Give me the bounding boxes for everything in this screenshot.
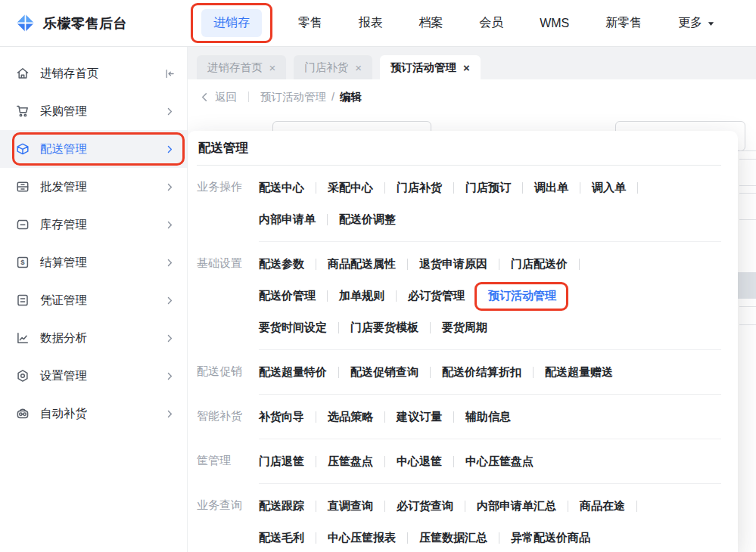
menu-item[interactable]: 内部申请单	[259, 212, 316, 227]
sidebar-item-home[interactable]: 进销存首页	[0, 54, 187, 92]
menu-item[interactable]: 预订活动管理	[488, 289, 556, 303]
top-nav-item-xinlingshou[interactable]: 新零售	[605, 15, 642, 31]
tab-yuding-huodong[interactable]: 预订活动管理 ×	[380, 55, 481, 79]
tab-jinxiaocun-home[interactable]: 进销存首页 ×	[197, 55, 286, 79]
menu-item[interactable]: 配送参数	[259, 257, 304, 271]
top-nav-item-baobiao[interactable]: 报表	[359, 15, 383, 31]
menu-row: 配送超量特价配送促销查询配送价结算折扣配送超量赠送	[259, 356, 721, 388]
menu-item[interactable]: 必订货管理	[408, 289, 465, 303]
tab-close-icon[interactable]: ×	[463, 61, 470, 74]
item-separator	[465, 501, 465, 512]
menu-section-items: 配送超量特价配送促销查询配送价结算折扣配送超量赠送	[259, 350, 721, 395]
sidebar-item-peisong[interactable]: 配送管理	[0, 130, 187, 168]
menu-item[interactable]: 调入单	[592, 181, 626, 195]
menu-item[interactable]: 配送超量赠送	[545, 365, 613, 380]
menu-item[interactable]: 配送价管理	[259, 289, 316, 303]
top-nav-item-wms[interactable]: WMS	[540, 17, 569, 30]
item-separator	[384, 411, 385, 423]
menu-item[interactable]: 要货周期	[442, 321, 487, 335]
menu-item[interactable]: 必订货查询	[397, 499, 453, 513]
sidebar-item-shezhi[interactable]: 设置管理	[0, 357, 187, 395]
sidebar-item-kucun[interactable]: 库存管理	[0, 206, 187, 243]
menu-item[interactable]: 配送毛利	[259, 531, 304, 545]
background-row-line	[739, 324, 756, 325]
wholesale-icon	[15, 179, 30, 194]
top-nav: 进销存 零售 报表 档案 会员 WMS 新零售 更多	[201, 9, 715, 37]
menu-section-items: 配送参数商品配送属性退货申请原因门店配送价配送价管理加单规则必订货管理预订活动管…	[259, 242, 721, 350]
menu-item[interactable]: 配送跟踪	[259, 499, 304, 513]
menu-item[interactable]: 门店补货	[397, 181, 442, 195]
logo-gem-icon	[15, 13, 36, 33]
top-nav-active-pill: 进销存	[201, 9, 262, 37]
menu-item[interactable]: 选品策略	[328, 410, 373, 424]
menu-item[interactable]: 配送中心	[259, 181, 304, 195]
tab-close-icon[interactable]: ×	[355, 61, 362, 74]
menu-item[interactable]: 退货申请原因	[419, 257, 487, 271]
sidebar-item-zidongbuhuo[interactable]: 自动补货	[0, 395, 187, 433]
sidebar-item-caigou[interactable]: 采购管理	[0, 92, 187, 130]
menu-section: 业务查询配送跟踪直调查询必订货查询内部申请单汇总商品在途配送毛利中心压筐报表压筐…	[197, 484, 721, 552]
collapse-sidebar-icon[interactable]	[163, 67, 176, 80]
sidebar-item-label: 配送管理	[40, 141, 163, 157]
menu-item[interactable]: 商品在途	[580, 499, 625, 513]
tab-mendian-buhuo[interactable]: 门店补货 ×	[294, 55, 372, 79]
sidebar-item-label: 采购管理	[40, 104, 163, 119]
background-row-line	[739, 306, 756, 307]
breadcrumb-page[interactable]: 预订活动管理	[260, 90, 326, 104]
sidebar-item-pingzheng[interactable]: 凭证管理	[0, 281, 187, 319]
menu-item[interactable]: 要货时间设定	[259, 321, 327, 335]
top-nav-item-huiyuan[interactable]: 会员	[479, 15, 503, 31]
delivery-box-icon	[15, 141, 30, 157]
menu-item[interactable]: 直调查询	[328, 499, 373, 513]
sidebar-item-pifa[interactable]: 批发管理	[0, 168, 187, 206]
item-separator	[316, 259, 316, 270]
item-separator	[476, 290, 477, 302]
menu-item[interactable]: 补货向导	[259, 410, 304, 424]
sidebar-item-jiesuan[interactable]: $ 结算管理	[0, 243, 187, 281]
menu-item[interactable]: 中心压筐报表	[328, 531, 396, 545]
megamenu-title: 配送管理	[197, 131, 721, 166]
menu-item[interactable]: 采配中心	[328, 181, 373, 195]
menu-item[interactable]: 中心压筐盘点	[465, 454, 534, 469]
menu-item[interactable]: 门店配送价	[511, 257, 568, 271]
menu-item[interactable]: 加单规则	[339, 289, 384, 303]
top-nav-item-lingshou[interactable]: 零售	[298, 15, 322, 31]
menu-item[interactable]: 门店预订	[465, 181, 511, 195]
top-nav-item-more[interactable]: 更多	[678, 15, 715, 31]
menu-item[interactable]: 配送促销查询	[350, 365, 418, 380]
app-logo[interactable]: 乐檬零售后台	[0, 13, 176, 33]
voucher-icon	[15, 293, 30, 308]
item-separator	[384, 182, 385, 194]
menu-item[interactable]: 商品配送属性	[328, 257, 396, 271]
item-separator	[453, 456, 454, 467]
chevron-left-icon	[200, 92, 210, 102]
menu-section-items: 门店退筐压筐盘点中心退筐中心压筐盘点	[259, 439, 721, 484]
background-row-line	[739, 193, 756, 194]
top-nav-item-dangan[interactable]: 档案	[418, 15, 443, 31]
menu-item[interactable]: 压筐盘点	[328, 454, 373, 469]
menu-item[interactable]: 门店要货模板	[350, 321, 418, 335]
menu-item[interactable]: 调出单	[534, 181, 568, 195]
menu-item[interactable]: 门店退筐	[259, 454, 304, 469]
sidebar-item-shuju[interactable]: 数据分析	[0, 319, 187, 357]
auto-replenish-icon	[15, 406, 30, 421]
menu-item[interactable]: 辅助信息	[465, 410, 511, 424]
topbar: 乐檬零售后台 进销存 零售 报表 档案 会员 WMS 新零售 更多	[0, 0, 756, 47]
menu-item[interactable]: 中心退筐	[397, 454, 442, 469]
tab-close-icon[interactable]: ×	[269, 61, 276, 74]
top-nav-item-jinxiaocun[interactable]: 进销存	[201, 9, 262, 37]
menu-item[interactable]: 配送超量特价	[259, 365, 327, 380]
sidebar-item-label: 凭证管理	[40, 293, 163, 309]
home-icon	[15, 66, 30, 81]
menu-item[interactable]: 压筐数据汇总	[419, 531, 487, 545]
menu-row: 配送参数商品配送属性退货申请原因门店配送价	[259, 248, 721, 280]
menu-section-items: 配送中心采配中心门店补货门店预订调出单调入单内部申请单配送价调整	[259, 166, 721, 242]
menu-item[interactable]: 内部申请单汇总	[477, 499, 556, 513]
menu-item[interactable]: 异常配送价商品	[511, 531, 590, 545]
menu-item[interactable]: 建议订量	[397, 410, 442, 424]
breadcrumb-current: 编辑	[340, 90, 362, 104]
menu-item[interactable]: 配送价调整	[339, 212, 396, 227]
menu-item[interactable]: 配送价结算折扣	[442, 365, 521, 380]
chevron-right-icon	[163, 294, 176, 307]
back-button[interactable]: 返回	[200, 90, 237, 104]
